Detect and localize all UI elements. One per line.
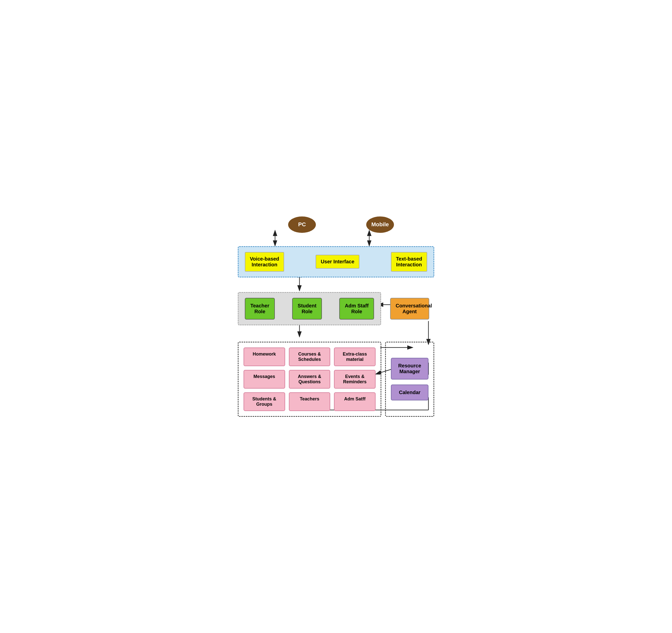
text-interaction-box: Text-based Interaction — [391, 252, 427, 272]
conversational-agent-box: Conversational Agent — [390, 298, 429, 320]
courses-schedules-box: Courses & Schedules — [289, 348, 331, 366]
mobile-ellipse: Mobile — [366, 216, 394, 233]
right-resources-section: Resource Manager Calendar — [385, 342, 434, 417]
gray-roles-section: Teacher Role Student Role Adm Staff Role — [238, 292, 381, 325]
students-groups-box: Students & Groups — [244, 392, 285, 411]
adm-staff-role-box: Adm Staff Role — [339, 298, 374, 320]
blue-ui-section: Voice-based Interaction User Interface T… — [238, 246, 434, 277]
calendar-box: Calendar — [391, 384, 428, 400]
teacher-role-box: Teacher Role — [245, 298, 275, 320]
teachers-box: Teachers — [289, 392, 331, 411]
pink-data-section: Homework Courses & Schedules Extra-class… — [238, 342, 381, 417]
adm-staff-box: Adm Satff — [334, 392, 376, 411]
roles-row: Teacher Role Student Role Adm Staff Role… — [238, 292, 434, 325]
architecture-diagram: PC Mobile Voice-based Interaction User I… — [238, 216, 434, 417]
messages-box: Messages — [244, 370, 285, 389]
resource-manager-box: Resource Manager — [391, 358, 428, 379]
bottom-row: Homework Courses & Schedules Extra-class… — [238, 342, 434, 417]
user-interface-box: User Interface — [316, 255, 359, 268]
homework-box: Homework — [244, 348, 285, 366]
voice-interaction-box: Voice-based Interaction — [245, 252, 284, 272]
top-ellipses-row: PC Mobile — [238, 216, 434, 233]
events-reminders-box: Events & Reminders — [334, 370, 376, 389]
answers-questions-box: Answers & Questions — [289, 370, 331, 389]
student-role-box: Student Role — [292, 298, 322, 320]
pc-ellipse: PC — [288, 216, 316, 233]
extra-class-material-box: Extra-class material — [334, 348, 376, 366]
conversational-agent-container: Conversational Agent — [385, 298, 434, 320]
main-diagram: PC Mobile Voice-based Interaction User I… — [238, 216, 434, 417]
